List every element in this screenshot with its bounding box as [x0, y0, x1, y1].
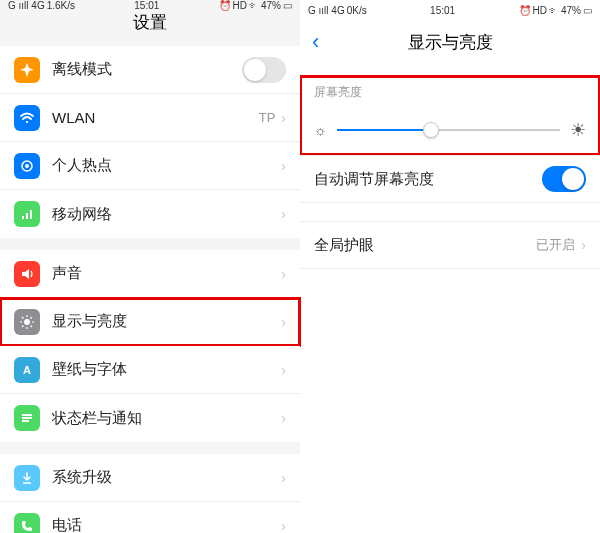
wifi-icon: ᯤ — [249, 0, 259, 11]
auto-brightness-toggle[interactable] — [542, 166, 586, 192]
update-icon — [14, 465, 40, 491]
row-statusbar[interactable]: 状态栏与通知 › — [0, 394, 300, 442]
row-label: 离线模式 — [52, 60, 242, 79]
hotspot-icon — [14, 153, 40, 179]
svg-point-0 — [26, 121, 28, 123]
notification-icon — [14, 405, 40, 431]
chevron-icon: › — [581, 237, 586, 253]
row-eye-protect[interactable]: 全局护眼 已开启 › — [300, 221, 600, 269]
row-wlan[interactable]: WLAN TP › — [0, 94, 300, 142]
svg-rect-16 — [22, 414, 32, 416]
row-label: WLAN — [52, 109, 259, 126]
row-label: 显示与亮度 — [52, 312, 281, 331]
svg-line-12 — [31, 325, 33, 327]
sound-icon — [14, 261, 40, 287]
chevron-icon: › — [281, 362, 286, 378]
page-title: 显示与亮度 — [408, 31, 493, 54]
svg-rect-4 — [26, 213, 28, 219]
row-auto-brightness[interactable]: 自动调节屏幕亮度 — [300, 155, 600, 203]
chevron-icon: › — [281, 470, 286, 486]
row-phone[interactable]: 电话 › — [0, 502, 300, 533]
chevron-icon: › — [281, 410, 286, 426]
row-hotspot[interactable]: 个人热点 › — [0, 142, 300, 190]
settings-pane: G ııll 4G 1.6K/s 15:01 ⏰ HD ᯤ 47% ▭ 设置 离… — [0, 0, 300, 533]
slider-fill — [337, 129, 431, 131]
carrier-text: G ııll 4G — [308, 5, 345, 16]
row-label: 电话 — [52, 516, 281, 533]
svg-rect-18 — [22, 420, 29, 422]
svg-rect-5 — [30, 210, 32, 219]
back-button[interactable]: ‹ — [312, 29, 319, 55]
wifi-icon: ᯤ — [549, 5, 559, 16]
nav-bar: 设置 — [0, 11, 300, 34]
svg-line-13 — [22, 325, 24, 327]
row-label: 系统升级 — [52, 468, 281, 487]
sun-big-icon: ☀ — [570, 119, 586, 141]
row-label: 自动调节屏幕亮度 — [314, 170, 542, 189]
sun-small-icon: ☼ — [314, 122, 327, 138]
airplane-icon — [14, 57, 40, 83]
row-label: 全局护眼 — [314, 236, 536, 255]
alarm-icon: ⏰ — [219, 0, 231, 11]
chevron-icon: › — [281, 158, 286, 174]
page-title: 设置 — [133, 11, 167, 34]
chevron-icon: › — [281, 314, 286, 330]
time-text: 15:01 — [430, 5, 455, 16]
battery-icon: ▭ — [583, 5, 592, 16]
svg-rect-3 — [22, 216, 24, 219]
row-label: 状态栏与通知 — [52, 409, 281, 428]
speed-text: 0K/s — [347, 5, 367, 16]
battery-text: 47% — [561, 5, 581, 16]
hd-icon: HD — [533, 5, 547, 16]
row-label: 壁纸与字体 — [52, 360, 281, 379]
battery-icon: ▭ — [283, 0, 292, 11]
row-label: 声音 — [52, 264, 281, 283]
slider-thumb[interactable] — [423, 122, 439, 138]
svg-text:A: A — [23, 364, 31, 376]
chevron-icon: › — [281, 206, 286, 222]
svg-point-1 — [25, 164, 29, 168]
row-airplane[interactable]: 离线模式 — [0, 46, 300, 94]
section-system: 系统升级 › 电话 › 帐户与同步 › — [0, 454, 300, 533]
row-wallpaper[interactable]: A 壁纸与字体 › — [0, 346, 300, 394]
row-update[interactable]: 系统升级 › — [0, 454, 300, 502]
phone-icon — [14, 513, 40, 534]
status-bar: G ııll 4G 1.6K/s 15:01 ⏰ HD ᯤ 47% ▭ — [0, 0, 300, 11]
row-detail: 已开启 — [536, 236, 575, 254]
brightness-pane: G ııll 4G 0K/s 15:01 ⏰ HD ᯤ 47% ▭ ‹ 显示与亮… — [300, 0, 600, 533]
wallpaper-icon: A — [14, 357, 40, 383]
svg-point-6 — [24, 319, 30, 325]
row-mobile[interactable]: 移动网络 › — [0, 190, 300, 238]
section-label: 屏幕亮度 — [300, 76, 600, 105]
svg-line-14 — [31, 317, 33, 319]
carrier-text: G ııll 4G — [8, 0, 45, 11]
chevron-icon: › — [281, 266, 286, 282]
chevron-icon: › — [281, 518, 286, 534]
brightness-slider-row: ☼ ☀ — [300, 105, 600, 155]
speed-text: 1.6K/s — [47, 0, 75, 11]
svg-rect-17 — [22, 417, 32, 419]
brightness-slider-group: 屏幕亮度 ☼ ☀ — [300, 76, 600, 155]
row-label: 个人热点 — [52, 156, 281, 175]
row-label: 移动网络 — [52, 205, 281, 224]
row-display[interactable]: 显示与亮度 › — [0, 298, 300, 346]
status-bar: G ııll 4G 0K/s 15:01 ⏰ HD ᯤ 47% ▭ — [300, 0, 600, 20]
section-network: 离线模式 WLAN TP › 个人热点 › — [0, 46, 300, 238]
mobile-icon — [14, 201, 40, 227]
section-display: 声音 › 显示与亮度 › A 壁纸与字体 › 状 — [0, 250, 300, 442]
row-detail: TP — [259, 110, 276, 125]
battery-text: 47% — [261, 0, 281, 11]
hd-icon: HD — [233, 0, 247, 11]
nav-bar: ‹ 显示与亮度 — [300, 20, 600, 64]
alarm-icon: ⏰ — [519, 5, 531, 16]
chevron-icon: › — [281, 110, 286, 126]
brightness-slider[interactable] — [337, 129, 560, 131]
time-text: 15:01 — [134, 0, 159, 11]
brightness-icon — [14, 309, 40, 335]
airplane-toggle[interactable] — [242, 57, 286, 83]
svg-line-11 — [22, 317, 24, 319]
row-sound[interactable]: 声音 › — [0, 250, 300, 298]
wlan-icon — [14, 105, 40, 131]
